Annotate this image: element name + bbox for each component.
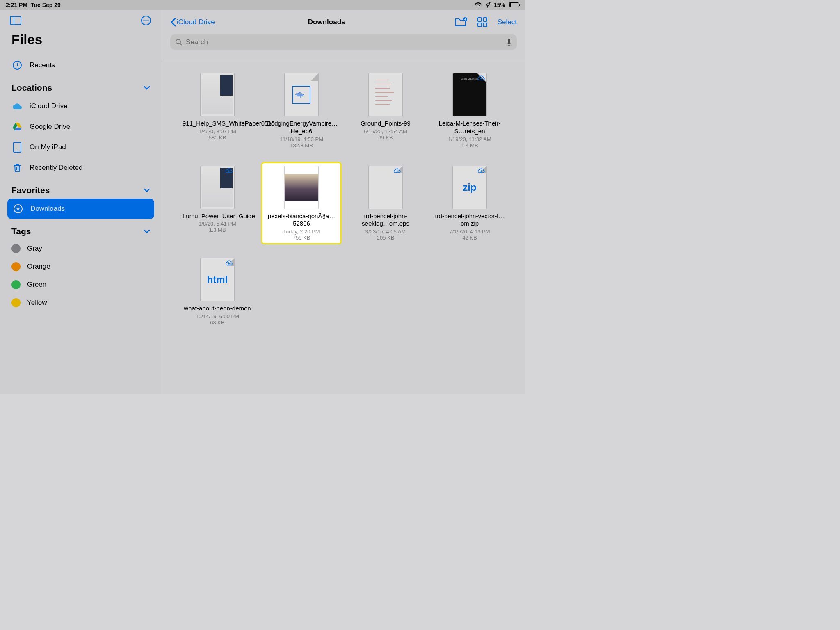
svg-rect-14	[483, 23, 487, 27]
select-button[interactable]: Select	[498, 18, 517, 26]
clock-icon	[11, 59, 23, 71]
googledrive-icon	[11, 121, 23, 132]
file-thumbnail: html	[200, 258, 235, 301]
file-size: 1.3 MB	[209, 227, 226, 233]
favorites-header[interactable]: Favorites	[0, 178, 162, 199]
sidebar-tag[interactable]: Gray	[0, 240, 162, 258]
tag-dot-icon	[11, 298, 21, 307]
search-input[interactable]	[170, 34, 517, 50]
sidebar-recents[interactable]: Recents	[0, 55, 162, 75]
back-button[interactable]: iCloud Drive	[170, 18, 215, 27]
app-title: Files	[0, 30, 162, 55]
file-size: 42 KB	[462, 235, 477, 241]
cloud-download-icon	[477, 75, 485, 81]
file-name: DodgingEnergyVampire…He_ep6	[267, 120, 336, 135]
file-date: 11/18/19, 4:53 PM	[280, 136, 323, 142]
search-icon	[175, 39, 183, 46]
file-name: Ground_Points-99	[361, 120, 411, 128]
file-size: 182.8 MB	[290, 142, 313, 148]
file-name: what-about-neon-demon	[184, 305, 251, 313]
locations-header[interactable]: Locations	[0, 75, 162, 96]
svg-point-5	[147, 20, 148, 21]
file-item[interactable]: htmlwhat-about-neon-demon10/14/19, 6:00 …	[178, 256, 256, 328]
cloud-download-icon	[393, 168, 401, 173]
tag-dot-icon	[11, 244, 21, 253]
view-mode-icon[interactable]	[477, 17, 488, 27]
file-thumbnail	[200, 166, 235, 209]
file-name: Leica-M-Lenses-Their-S…rets_en	[435, 120, 504, 135]
location-icon	[485, 2, 491, 8]
svg-point-8	[17, 151, 18, 151]
file-item[interactable]: DodgingEnergyVampire…He_ep611/18/19, 4:5…	[262, 71, 340, 151]
svg-rect-17	[508, 39, 510, 43]
chevron-down-icon	[144, 188, 150, 192]
sidebar-googledrive[interactable]: Google Drive	[0, 116, 162, 137]
sidebar-toggle-icon[interactable]	[10, 15, 21, 26]
cloud-download-icon	[225, 260, 233, 266]
file-date: 6/16/20, 12:54 AM	[364, 128, 407, 135]
new-folder-icon[interactable]	[455, 17, 467, 27]
ipad-icon	[11, 142, 23, 153]
status-time: 2:21 PM	[6, 2, 27, 8]
file-thumbnail	[368, 166, 403, 209]
wifi-icon	[475, 2, 482, 7]
file-date: 1/4/20, 3:07 PM	[199, 128, 236, 135]
file-item[interactable]: 911_Help_SMS_WhitePaper05151/4/20, 3:07 …	[178, 71, 256, 151]
file-size: 69 KB	[378, 135, 393, 141]
sidebar-recentlydeleted[interactable]: Recently Deleted	[0, 158, 162, 178]
sidebar-tag[interactable]: Green	[0, 276, 162, 294]
main-content: iCloud Drive Downloads Select 911_Help_S…	[162, 10, 525, 394]
cloud-download-icon	[225, 168, 233, 173]
sidebar-icloud[interactable]: iCloud Drive	[0, 96, 162, 116]
file-thumbnail	[284, 73, 319, 116]
file-name: trd-bencel-john-vector-l…om.zip	[435, 212, 504, 228]
file-size: 205 KB	[377, 235, 395, 241]
svg-point-15	[176, 39, 180, 44]
more-icon[interactable]	[140, 15, 152, 26]
file-item[interactable]: Ground_Points-996/16/20, 12:54 AM69 KB	[347, 71, 425, 151]
chevron-left-icon	[170, 18, 176, 27]
file-date: 10/14/19, 6:00 PM	[196, 313, 239, 320]
file-item[interactable]: pexels-bianca-gonÃ§a…52806Today, 2:20 PM…	[262, 163, 340, 244]
chevron-down-icon	[144, 229, 150, 233]
file-size: 755 KB	[293, 235, 310, 241]
status-bar: 2:21 PM Tue Sep 29 15%	[0, 0, 525, 10]
svg-rect-11	[478, 18, 482, 21]
sidebar-onmyipad[interactable]: On My iPad	[0, 137, 162, 158]
svg-point-3	[143, 20, 144, 21]
file-name: Lumu_Power_User_Guide	[183, 212, 252, 220]
sidebar-downloads[interactable]: Downloads	[7, 199, 154, 219]
sidebar: Files Recents Locations iCloud Drive Goo…	[0, 10, 162, 394]
mic-icon[interactable]	[506, 38, 512, 46]
cloud-download-icon	[477, 168, 485, 173]
icloud-icon	[11, 100, 23, 112]
file-thumbnail	[200, 73, 235, 116]
file-item[interactable]: Lumu_Power_User_Guide1/8/20, 5:41 PM1.3 …	[178, 163, 256, 244]
file-date: 1/8/20, 5:41 PM	[199, 221, 236, 227]
file-item[interactable]: Leica M LensesLeica-M-Lenses-Their-S…ret…	[431, 71, 509, 151]
file-size: 580 KB	[209, 135, 226, 141]
svg-line-16	[180, 43, 182, 45]
file-date: 7/19/20, 4:13 PM	[449, 228, 490, 235]
file-size: 68 KB	[210, 320, 224, 326]
svg-rect-0	[10, 16, 21, 25]
file-date: 3/23/15, 4:05 AM	[365, 228, 406, 235]
file-date: Today, 2:20 PM	[283, 228, 320, 235]
file-thumbnail: Leica M Lenses	[452, 73, 487, 116]
svg-rect-12	[483, 18, 487, 21]
downloads-icon	[12, 203, 24, 215]
file-name: pexels-bianca-gonÃ§a…52806	[267, 212, 336, 228]
sidebar-tag[interactable]: Yellow	[0, 294, 162, 312]
file-size: 1.4 MB	[461, 142, 478, 148]
tag-dot-icon	[11, 280, 21, 289]
tags-header[interactable]: Tags	[0, 219, 162, 240]
file-name: 911_Help_SMS_WhitePaper0515	[183, 120, 252, 128]
file-item[interactable]: trd-bencel-john-seeklog…om.eps3/23/15, 4…	[347, 163, 425, 244]
battery-icon	[509, 2, 519, 7]
svg-rect-13	[478, 23, 482, 27]
page-title: Downloads	[215, 18, 455, 26]
sidebar-tag[interactable]: Orange	[0, 258, 162, 276]
file-item[interactable]: ziptrd-bencel-john-vector-l…om.zip7/19/2…	[431, 163, 509, 244]
file-date: 1/19/20, 11:32 AM	[448, 136, 491, 142]
sidebar-recents-label: Recents	[30, 61, 55, 69]
